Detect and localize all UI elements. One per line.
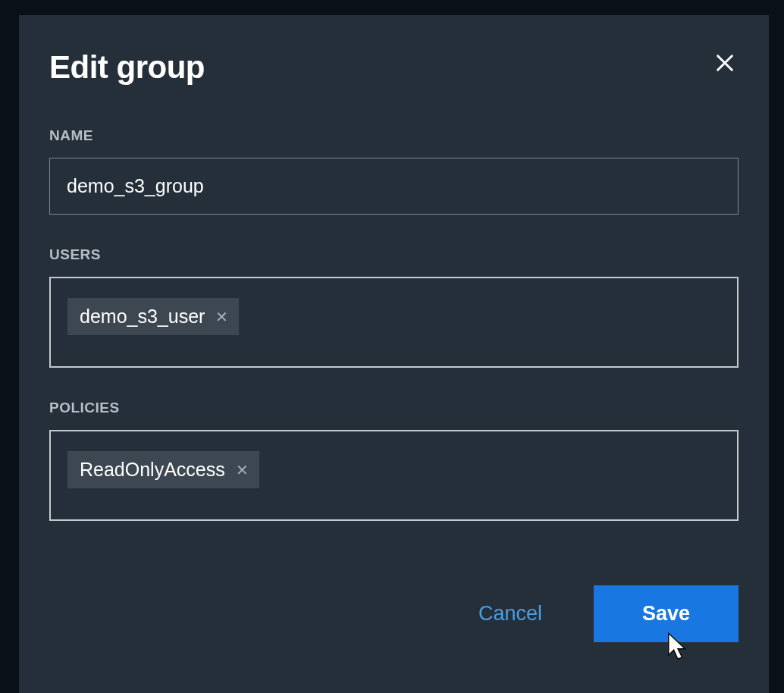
- remove-icon: ✕: [215, 309, 228, 325]
- policies-input[interactable]: ReadOnlyAccess ✕: [49, 430, 739, 521]
- users-field-group: USERS demo_s3_user ✕: [49, 246, 739, 368]
- users-input[interactable]: demo_s3_user ✕: [49, 277, 739, 368]
- close-button[interactable]: [711, 49, 739, 77]
- policy-tag-label: ReadOnlyAccess: [80, 459, 225, 481]
- name-field-group: NAME: [49, 127, 739, 215]
- policies-label: POLICIES: [49, 400, 739, 416]
- policy-tag: ReadOnlyAccess ✕: [67, 451, 259, 488]
- user-tag-label: demo_s3_user: [80, 306, 205, 328]
- save-button[interactable]: Save: [594, 585, 739, 642]
- policies-field-group: POLICIES ReadOnlyAccess ✕: [49, 400, 739, 521]
- remove-user-button[interactable]: ✕: [215, 309, 228, 325]
- cancel-button[interactable]: Cancel: [463, 594, 557, 633]
- users-label: USERS: [49, 246, 739, 263]
- close-icon: [714, 52, 735, 74]
- remove-icon: ✕: [236, 463, 249, 478]
- modal-header: Edit group: [49, 49, 739, 86]
- user-tag: demo_s3_user ✕: [67, 298, 239, 335]
- modal-title: Edit group: [49, 49, 205, 86]
- remove-policy-button[interactable]: ✕: [236, 463, 249, 478]
- edit-group-modal: Edit group NAME USERS demo_s3_user ✕ POL…: [19, 15, 769, 693]
- modal-footer: Cancel Save: [49, 585, 739, 642]
- name-input[interactable]: [49, 158, 739, 215]
- name-label: NAME: [49, 127, 739, 144]
